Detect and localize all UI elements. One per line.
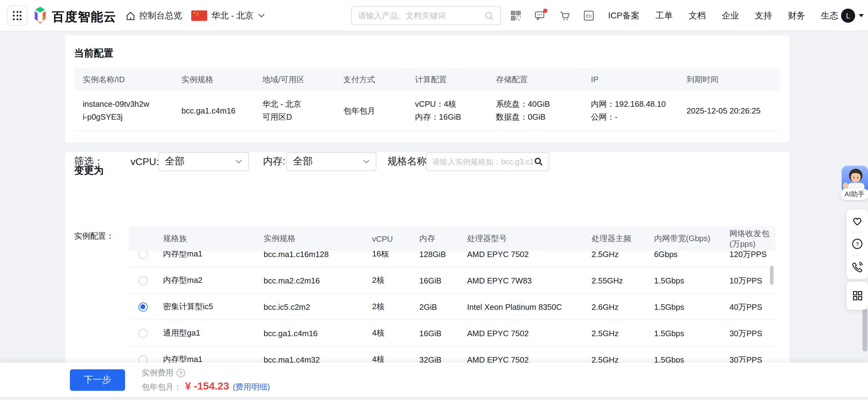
top-navbar: 百度智能云 控制台总览 华北 - 北京: [0, 0, 868, 31]
filter-label: 筛选：: [74, 152, 103, 171]
brand-logo[interactable]: 百度智能云: [32, 7, 117, 27]
messages-icon[interactable]: [534, 10, 546, 21]
spec-table-header: 规格族 实例规格 vCPU 内存 处理器型号 处理器主频 内网带宽(Gbps) …: [129, 226, 775, 251]
spec-table: 规格族 实例规格 vCPU 内存 处理器型号 处理器主频 内网带宽(Gbps) …: [129, 226, 775, 363]
svg-text:?: ?: [856, 241, 859, 248]
help-circle-icon[interactable]: ?: [851, 238, 863, 250]
china-flag-icon: [191, 10, 207, 21]
navbar-link-icp[interactable]: ICP备案: [608, 10, 640, 21]
toolbar-divider: [851, 255, 863, 256]
region-selector[interactable]: 华北 - 北京: [212, 0, 265, 31]
next-step-button[interactable]: 下一步: [70, 369, 125, 391]
vcpu-filter-label: vCPU:: [130, 152, 159, 171]
chevron-down-icon: [363, 160, 370, 164]
brand-name: 百度智能云: [52, 8, 117, 25]
radio-button[interactable]: [138, 328, 148, 338]
apps-grid-button[interactable]: [7, 5, 28, 26]
table-scrollbar-thumb[interactable]: [770, 266, 774, 285]
help-icon[interactable]: ?: [177, 369, 185, 377]
storage-config: 系统盘：40GiB数据盘：0GiB: [487, 97, 582, 123]
current-config-table-header: 实例名称/ID 实例规格 地域/可用区 支付方式 计算配置 存储配置 IP 到期…: [74, 68, 780, 91]
home-icon: [126, 11, 135, 21]
spec-table-body: 内存型ma1 bcc.ma1.c16m128 16核 128GiB AMD EP…: [129, 251, 775, 363]
current-config-row: instance-09tv3h2wi-p0gSYE3j bcc.ga1.c4m1…: [74, 91, 780, 131]
instance-spec: bcc.ga1.c4m16: [173, 97, 254, 123]
billing-cycle-label: 包年包月：: [142, 381, 181, 393]
spec-row-ma1-c16m128[interactable]: 内存型ma1 bcc.ma1.c16m128 16核 128GiB AMD EP…: [129, 251, 775, 267]
payment-method: 包年包月: [335, 97, 406, 123]
instance-config-label: 实例配置：: [74, 231, 114, 242]
phone-contact-icon[interactable]: [851, 261, 863, 273]
navbar-link-finance[interactable]: 财务: [788, 10, 805, 21]
search-icon[interactable]: [484, 11, 494, 21]
ip-config: 内网：192.168.48.10公网：-: [582, 97, 678, 123]
instance-name-id: instance-09tv3h2wi-p0gSYE3j: [74, 97, 173, 123]
navbar-links: ICP备案 工单 文档 企业 支持 财务 生态: [608, 0, 838, 31]
change-to-card: 变更为 筛选： vCPU: 全部 内存: 全部 规格名称: 实例配置： 规格族 …: [65, 152, 789, 397]
fee-label-row: 实例费用 ?: [142, 368, 185, 378]
svg-text:En: En: [586, 13, 592, 19]
language-toggle-icon[interactable]: En: [584, 10, 594, 21]
navbar-divider: [183, 10, 183, 21]
memory-filter-select[interactable]: 全部: [286, 152, 376, 171]
memory-filter-label: 内存:: [263, 152, 285, 171]
page: 百度智能云 控制台总览 华北 - 北京: [0, 0, 868, 400]
apps-grid-icon: [13, 11, 22, 20]
side-toolbar-more: [846, 282, 868, 310]
cart-icon[interactable]: [559, 10, 570, 21]
region-zone: 华北 - 北京可用区D: [254, 97, 335, 123]
baidu-cloud-logo-icon: [32, 7, 49, 27]
compute-config: vCPU：4核内存：16GiB: [406, 97, 487, 123]
spec-search-input[interactable]: [432, 158, 534, 166]
vcpu-filter-select[interactable]: 全部: [158, 152, 249, 171]
spec-row-ga1-c4m16[interactable]: 通用型ga1 bcc.ga1.c4m16 4核 16GiB AMD EPYC 7…: [129, 320, 775, 347]
radio-button[interactable]: [138, 355, 148, 363]
fee-price-row: 包年包月： ¥ -154.23 (费用明细): [142, 380, 270, 393]
qr-code-icon[interactable]: [510, 10, 521, 21]
price-value: ¥ -154.23: [185, 380, 229, 393]
spec-row-ma2-c2m16[interactable]: 内存型ma2 bcc.ma2.c2m16 2核 16GiB AMD EPYC 7…: [129, 267, 775, 294]
navbar-icon-group: En: [510, 0, 594, 31]
user-avatar[interactable]: L: [841, 8, 855, 23]
page-scrollbar-thumb[interactable]: [863, 309, 867, 351]
radio-button[interactable]: [138, 251, 148, 259]
spec-search-box: [426, 152, 549, 171]
side-toolbar: ?: [846, 209, 868, 279]
toolbar-divider: [851, 232, 863, 232]
global-search-input[interactable]: [358, 11, 484, 20]
navbar-link-docs[interactable]: 文档: [689, 10, 706, 21]
console-overview-link[interactable]: 控制台总览: [126, 0, 182, 31]
bottom-action-bar: 下一步 实例费用 ? 包年包月： ¥ -154.23 (费用明细): [0, 363, 868, 397]
spec-row-ic5-c2m2-selected[interactable]: 密集计算型ic5 bcc.ic5.c2m2 2核 2GiB Intel Xeon…: [129, 294, 775, 320]
ai-assistant-label[interactable]: AI助手: [840, 188, 868, 200]
favorite-heart-icon[interactable]: [851, 215, 863, 226]
current-config-card: 当前配置 实例名称/ID 实例规格 地域/可用区 支付方式 计算配置 存储配置 …: [65, 35, 789, 142]
current-config-title: 当前配置: [65, 35, 789, 60]
radio-button-selected[interactable]: [138, 302, 148, 311]
expire-time: 2025-12-05 20:26:25: [678, 97, 780, 123]
chevron-down-icon: [236, 160, 242, 164]
chevron-down-icon: [258, 13, 265, 18]
navbar-link-enterprise[interactable]: 企业: [722, 10, 739, 21]
spec-row-ma1-c4m32[interactable]: 内存型ma1 bcc.ma1.c4m32 4核 32GiB AMD EPYC 7…: [129, 347, 775, 363]
current-config-table: 实例名称/ID 实例规格 地域/可用区 支付方式 计算配置 存储配置 IP 到期…: [74, 68, 780, 131]
radio-button[interactable]: [138, 276, 148, 285]
global-search: [351, 6, 501, 25]
spec-name-label: 规格名称:: [388, 152, 429, 171]
fee-detail-link[interactable]: (费用明细): [233, 381, 270, 393]
grid-apps-icon[interactable]: [852, 290, 863, 301]
notification-badge: [543, 8, 548, 13]
navbar-link-tickets[interactable]: 工单: [656, 10, 673, 21]
user-menu-caret[interactable]: [859, 14, 864, 17]
navbar-link-ecosystem[interactable]: 生态: [821, 10, 838, 21]
search-icon[interactable]: [534, 157, 543, 166]
navbar-link-support[interactable]: 支持: [755, 10, 772, 21]
